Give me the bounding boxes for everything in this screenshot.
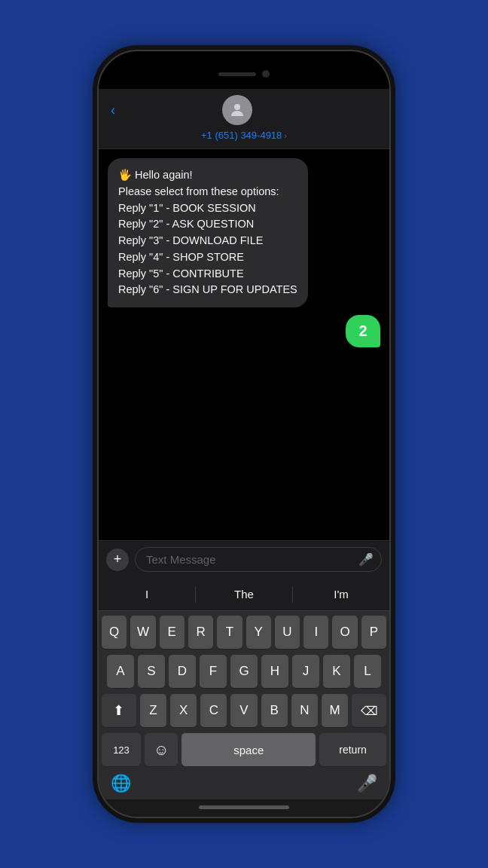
text-input-placeholder: Text Message <box>146 553 216 566</box>
key-n[interactable]: N <box>291 694 318 727</box>
message-outgoing: 2 <box>346 315 380 347</box>
add-button[interactable]: + <box>106 549 129 571</box>
phone-frame: ‹ +1 (651) 349-4918 › 🖐 Hello again! Ple… <box>97 50 391 818</box>
key-a[interactable]: A <box>107 655 134 688</box>
message-incoming: 🖐 Hello again! Please select from these … <box>108 158 308 307</box>
chevron-right-icon: › <box>284 131 287 140</box>
key-z[interactable]: Z <box>140 694 166 727</box>
numbers-key[interactable]: 123 <box>102 733 141 766</box>
keyboard-rows: Q W E R T Y U I O P A S D F G H J K <box>99 611 389 769</box>
person-icon <box>228 101 246 119</box>
suggestion-i[interactable]: I <box>99 585 195 604</box>
contact-name[interactable]: +1 (651) 349-4918 › <box>201 130 287 141</box>
back-button[interactable]: ‹ <box>111 102 115 118</box>
input-area: + Text Message 🎤 <box>99 540 389 578</box>
emoji-key[interactable]: ☺ <box>145 733 178 766</box>
camera <box>262 70 270 78</box>
keyboard-bottom: 🌐 🎤 <box>99 769 389 799</box>
suggestion-im[interactable]: I'm <box>293 585 389 604</box>
key-b[interactable]: B <box>261 694 288 727</box>
space-key[interactable]: space <box>181 733 316 766</box>
key-c[interactable]: C <box>200 694 227 727</box>
key-x[interactable]: X <box>170 694 197 727</box>
key-j[interactable]: J <box>292 655 319 688</box>
key-y[interactable]: Y <box>246 616 271 649</box>
key-i[interactable]: I <box>303 616 328 649</box>
key-t[interactable]: T <box>217 616 242 649</box>
globe-icon[interactable]: 🌐 <box>111 774 131 793</box>
key-u[interactable]: U <box>275 616 300 649</box>
key-row-4: 123 ☺ space return <box>102 733 386 766</box>
speaker <box>218 72 256 76</box>
key-row-3: ⬆ Z X C V B N M ⌫ <box>102 694 386 727</box>
messages-area: 🖐 Hello again! Please select from these … <box>99 149 389 540</box>
key-p[interactable]: P <box>361 616 386 649</box>
contact-number: +1 (651) 349-4918 <box>201 130 282 141</box>
key-h[interactable]: H <box>261 655 288 688</box>
avatar[interactable] <box>222 95 252 125</box>
key-s[interactable]: S <box>138 655 165 688</box>
text-input-container[interactable]: Text Message 🎤 <box>135 547 382 572</box>
key-o[interactable]: O <box>332 616 357 649</box>
backspace-key[interactable]: ⌫ <box>352 694 386 727</box>
key-l[interactable]: L <box>354 655 381 688</box>
key-e[interactable]: E <box>160 616 185 649</box>
key-m[interactable]: M <box>322 694 348 727</box>
notch <box>199 63 289 84</box>
home-bar <box>199 805 289 809</box>
mic-input-icon[interactable]: 🎤 <box>358 552 374 567</box>
keyboard-suggestions: I The I'm <box>99 578 389 611</box>
key-d[interactable]: D <box>169 655 196 688</box>
key-w[interactable]: W <box>130 616 155 649</box>
key-q[interactable]: Q <box>102 616 127 649</box>
shift-key[interactable]: ⬆ <box>102 694 136 727</box>
suggestion-the[interactable]: The <box>196 585 292 604</box>
key-row-2: A S D F G H J K L <box>102 655 386 688</box>
key-k[interactable]: K <box>323 655 350 688</box>
key-v[interactable]: V <box>230 694 257 727</box>
mic-icon[interactable]: 🎤 <box>357 774 377 793</box>
svg-point-0 <box>234 104 240 110</box>
home-indicator <box>99 799 389 817</box>
key-r[interactable]: R <box>188 616 213 649</box>
messages-header: ‹ +1 (651) 349-4918 › <box>99 89 389 149</box>
return-key[interactable]: return <box>319 733 386 766</box>
keyboard: I The I'm Q W E R T Y U I O P A <box>99 578 389 799</box>
key-g[interactable]: G <box>230 655 258 688</box>
key-row-1: Q W E R T Y U I O P <box>102 616 386 649</box>
notch-area <box>99 51 389 89</box>
key-f[interactable]: F <box>200 655 227 688</box>
header-top: ‹ <box>111 95 377 125</box>
